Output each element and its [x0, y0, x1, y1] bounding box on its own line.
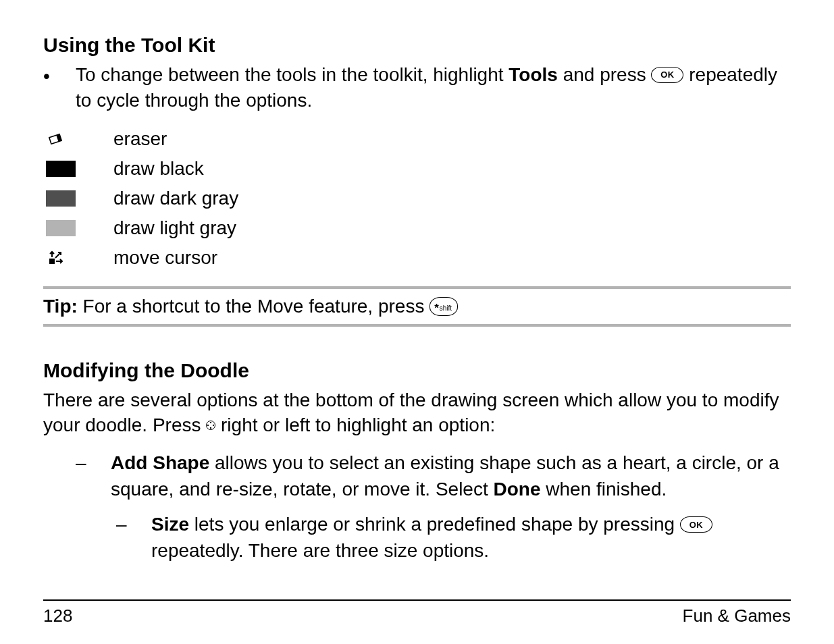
dash-glyph: – — [76, 450, 111, 477]
text: right or left to highlight an option: — [215, 414, 495, 435]
size-label: Size — [151, 514, 189, 535]
shift-text: shift — [440, 305, 452, 312]
dash-glyph: – — [116, 512, 151, 538]
done-label: Done — [493, 479, 540, 500]
size-text: Size lets you enlarge or shrink a predef… — [151, 512, 791, 564]
text: allows you to select an existing shape s… — [111, 452, 779, 500]
tool-label: draw black — [113, 158, 204, 180]
page-number: 128 — [43, 606, 72, 626]
tool-row-dgray: draw dark gray — [43, 184, 791, 213]
shift-button-icon: *shift — [429, 297, 458, 316]
darkgray-swatch-icon — [43, 190, 113, 207]
footer-section: Fun & Games — [683, 606, 791, 626]
addshape-label: Add Shape — [111, 452, 209, 473]
tool-label: draw light gray — [113, 217, 236, 239]
page-footer: 128 Fun & Games — [43, 606, 791, 626]
toolkit-bullet: • To change between the tools in the too… — [43, 62, 791, 113]
tip-label: Tip: — [43, 296, 78, 317]
tool-label: draw dark gray — [113, 188, 238, 209]
tip-box: Tip: For a shortcut to the Move feature,… — [43, 286, 791, 327]
text: and press — [558, 64, 652, 85]
star-icon: * — [434, 302, 439, 314]
list-item-size: – Size lets you enlarge or shrink a pred… — [43, 512, 791, 564]
text: To change between the tools in the toolk… — [76, 64, 509, 85]
text: repeatedly. There are three size options… — [151, 540, 489, 561]
tool-label: eraser — [113, 128, 167, 150]
svg-rect-2 — [49, 259, 55, 264]
heading-toolkit: Using the Tool Kit — [43, 34, 791, 57]
black-swatch-icon — [43, 161, 113, 177]
tool-row-lgray: draw light gray — [43, 213, 791, 243]
list-item-addshape: – Add Shape allows you to select an exis… — [43, 450, 791, 502]
toolkit-bullet-text: To change between the tools in the toolk… — [76, 62, 791, 113]
tool-row-eraser: eraser — [43, 124, 791, 154]
bullet-glyph: • — [43, 62, 76, 89]
tool-label: move cursor — [113, 247, 217, 269]
move-cursor-icon — [43, 248, 113, 267]
text: when finished. — [540, 479, 667, 500]
modifying-intro: There are several options at the bottom … — [43, 387, 791, 439]
tip-text: For a shortcut to the Move feature, pres… — [78, 296, 429, 317]
text: lets you enlarge or shrink a predefined … — [189, 514, 680, 535]
tools-bold: Tools — [509, 64, 558, 85]
tool-table: eraser draw black draw dark gray draw li… — [43, 124, 791, 273]
addshape-text: Add Shape allows you to select an existi… — [111, 450, 791, 502]
manual-page: Using the Tool Kit • To change between t… — [0, 0, 834, 644]
eraser-icon — [43, 130, 113, 149]
lightgray-swatch-icon — [43, 220, 113, 236]
footer-rule — [43, 599, 791, 601]
tool-row-black: draw black — [43, 154, 791, 184]
tool-row-move: move cursor — [43, 243, 791, 273]
nav-circle-icon — [206, 421, 215, 430]
ok-button-icon: OK — [651, 67, 683, 83]
heading-modifying: Modifying the Doodle — [43, 359, 791, 382]
ok-button-icon: OK — [680, 516, 712, 533]
